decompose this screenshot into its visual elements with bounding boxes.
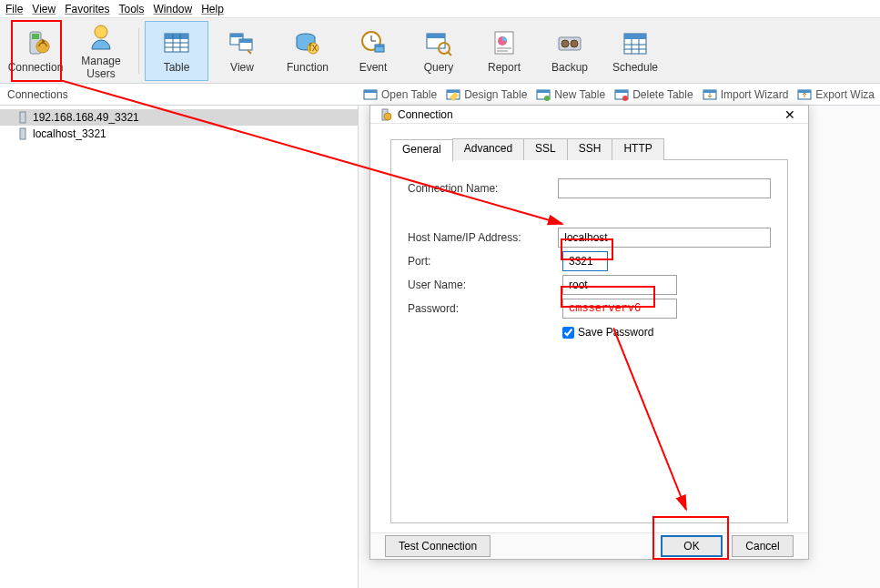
svg-point-32	[571, 40, 578, 47]
manage-users-button[interactable]: Manage Users	[69, 21, 133, 81]
function-icon: fx	[293, 28, 322, 57]
event-icon	[359, 28, 388, 57]
menu-favorites[interactable]: Favorites	[65, 3, 109, 15]
open-table-icon	[363, 87, 378, 102]
svg-rect-42	[447, 90, 460, 93]
table-button[interactable]: Table	[145, 21, 208, 81]
connection-button[interactable]: Connection	[4, 21, 67, 81]
svg-point-45	[544, 96, 550, 101]
menu-help[interactable]: Help	[201, 3, 224, 15]
tree-item-label: 192.168.168.49_3321	[33, 111, 139, 124]
delete-table-action[interactable]: Delete Table	[614, 87, 693, 102]
connection-name-input[interactable]	[558, 178, 771, 198]
svg-point-56	[384, 113, 391, 120]
tab-ssl[interactable]: SSL	[523, 138, 568, 160]
report-label: Report	[488, 61, 521, 74]
query-button[interactable]: Query	[407, 21, 470, 81]
view-label: View	[230, 61, 254, 74]
svg-rect-13	[239, 39, 252, 43]
password-label: Password:	[408, 302, 562, 315]
export-wizard-action[interactable]: Export Wiza	[797, 87, 875, 102]
svg-point-31	[561, 40, 569, 47]
event-label: Event	[359, 61, 388, 74]
menu-view[interactable]: View	[32, 3, 56, 15]
open-table-action[interactable]: Open Table	[363, 87, 437, 102]
menu-file[interactable]: File	[5, 3, 23, 15]
svg-rect-53	[20, 112, 25, 123]
tab-general[interactable]: General	[390, 139, 453, 161]
export-icon	[797, 87, 812, 102]
schedule-button[interactable]: Schedule	[603, 21, 667, 81]
svg-point-48	[622, 96, 628, 101]
backup-label: Backup	[551, 61, 588, 74]
tree-item[interactable]: localhost_3321	[0, 126, 358, 142]
connections-label: Connections	[0, 88, 363, 101]
toolbar-divider	[138, 28, 139, 74]
user-input[interactable]	[562, 275, 677, 295]
menu-bar: File View Favorites Tools Window Help	[0, 0, 880, 18]
connection-icon	[21, 28, 50, 57]
connection-label: Connection	[8, 61, 64, 74]
port-label: Port:	[408, 255, 562, 268]
delete-table-icon	[614, 87, 629, 102]
svg-point-3	[95, 25, 107, 38]
svg-rect-34	[624, 34, 646, 39]
svg-rect-21	[375, 45, 384, 47]
tab-ssh[interactable]: SSH	[567, 138, 613, 160]
view-icon	[228, 28, 257, 57]
svg-rect-5	[165, 34, 188, 39]
password-input[interactable]	[562, 299, 677, 319]
cancel-button[interactable]: Cancel	[732, 535, 794, 557]
dialog-title: Connection	[398, 108, 779, 121]
view-button[interactable]: View	[210, 21, 274, 81]
table-label: Table	[164, 61, 190, 74]
import-wizard-action[interactable]: Import Wizard	[703, 87, 789, 102]
backup-button[interactable]: Backup	[538, 21, 602, 81]
user-icon	[86, 22, 116, 51]
new-table-action[interactable]: New Table	[536, 87, 605, 102]
save-password-label: Save Password	[578, 326, 653, 339]
menu-window[interactable]: Window	[154, 3, 193, 15]
connection-name-label: Connection Name:	[408, 182, 558, 195]
svg-rect-50	[703, 90, 716, 93]
server-icon	[16, 127, 29, 140]
schedule-icon	[621, 28, 650, 57]
table-icon	[162, 28, 191, 57]
server-icon	[16, 111, 29, 124]
function-button[interactable]: fx Function	[276, 21, 339, 81]
backup-icon	[555, 28, 584, 57]
dialog-tabs: General Advanced SSL SSH HTTP	[390, 138, 788, 160]
save-password-checkbox[interactable]	[562, 327, 574, 339]
event-button[interactable]: Event	[341, 21, 405, 81]
svg-rect-11	[230, 34, 243, 37]
tab-advanced[interactable]: Advanced	[452, 138, 524, 160]
dialog-button-bar: Test Connection OK Cancel	[370, 532, 808, 559]
tab-http[interactable]: HTTP	[612, 138, 663, 160]
svg-line-25	[448, 52, 451, 56]
host-label: Host Name/IP Address:	[408, 231, 558, 244]
host-input[interactable]	[558, 228, 771, 248]
dialog-titlebar[interactable]: Connection ✕	[370, 106, 808, 124]
tab-page-general: Connection Name: Host Name/IP Address: P…	[390, 159, 788, 523]
ok-button[interactable]: OK	[661, 535, 723, 557]
dialog-icon	[378, 107, 392, 122]
query-icon	[424, 28, 453, 57]
design-table-action[interactable]: Design Table	[446, 87, 527, 102]
report-icon	[490, 28, 519, 57]
svg-rect-1	[32, 34, 39, 39]
svg-rect-44	[537, 90, 550, 93]
new-table-icon	[536, 87, 551, 102]
connection-tree[interactable]: 192.168.168.49_3321 localhost_3321	[0, 106, 359, 588]
close-icon[interactable]: ✕	[779, 107, 801, 122]
connection-dialog: Connection ✕ General Advanced SSL SSH HT…	[369, 105, 809, 560]
design-table-icon	[446, 87, 460, 102]
svg-rect-47	[615, 90, 628, 93]
schedule-label: Schedule	[612, 61, 658, 74]
menu-tools[interactable]: Tools	[119, 3, 145, 15]
tree-item[interactable]: 192.168.168.49_3321	[0, 109, 358, 126]
manage-users-label: Manage Users	[70, 55, 132, 80]
svg-rect-54	[20, 128, 25, 139]
report-button[interactable]: Report	[472, 21, 536, 81]
port-input[interactable]	[562, 251, 608, 271]
test-connection-button[interactable]: Test Connection	[385, 535, 491, 557]
